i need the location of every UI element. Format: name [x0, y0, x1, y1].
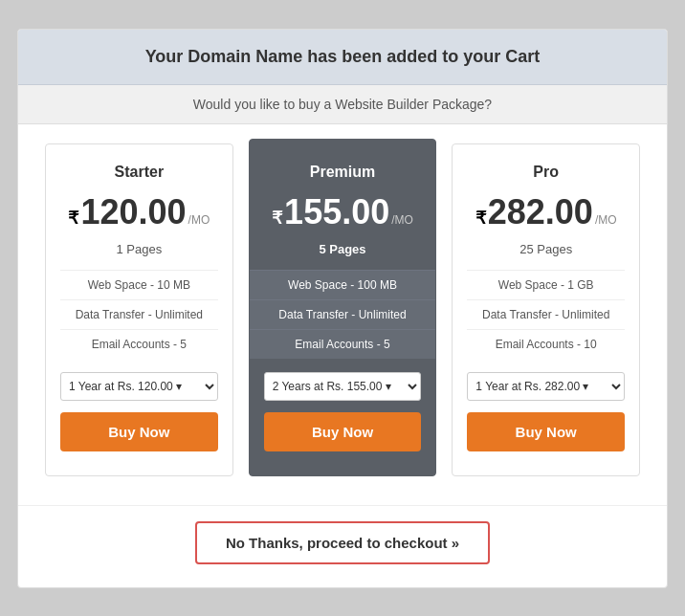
premium-features: Web Space - 100 MB Data Transfer - Unlim… — [264, 270, 422, 359]
starter-feature-1: Web Space - 10 MB — [60, 270, 218, 299]
starter-currency: ₹ — [68, 208, 78, 229]
pro-period: /MO — [595, 213, 617, 227]
no-thanks-section: No Thanks, proceed to checkout » — [18, 505, 667, 587]
pro-buy-button[interactable]: Buy Now — [467, 412, 625, 451]
pro-feature-2: Data Transfer - Unlimited — [467, 299, 625, 329]
starter-period: /MO — [188, 213, 210, 227]
premium-currency: ₹ — [272, 208, 282, 229]
premium-feature-3: Email Accounts - 5 — [250, 329, 436, 359]
premium-name: Premium — [264, 164, 422, 181]
plan-premium: Premium ₹ 155.00 /MO 5 Pages Web Space -… — [249, 139, 437, 476]
premium-pages: 5 Pages — [264, 242, 422, 256]
plans-container: Starter ₹ 120.00 /MO 1 Pages Web Space -… — [18, 124, 667, 505]
pro-feature-3: Email Accounts - 10 — [467, 329, 625, 359]
premium-feature-1: Web Space - 100 MB — [250, 270, 436, 299]
pro-pages: 25 Pages — [467, 242, 625, 256]
premium-select[interactable]: 1 Year at Rs. 155.00 2 Years at Rs. 155.… — [264, 372, 422, 401]
header-title: Your Domain Name has been added to your … — [145, 47, 541, 66]
premium-buy-button[interactable]: Buy Now — [264, 412, 422, 451]
header-subtitle: Would you like to buy a Website Builder … — [193, 97, 492, 112]
starter-select[interactable]: 1 Year at Rs. 120.00 ▾ 2 Years at Rs. 12… — [60, 372, 218, 401]
starter-amount: 120.00 — [80, 192, 186, 232]
pro-features: Web Space - 1 GB Data Transfer - Unlimit… — [467, 270, 625, 359]
pro-amount: 282.00 — [488, 192, 593, 232]
no-thanks-button[interactable]: No Thanks, proceed to checkout » — [195, 521, 490, 564]
starter-feature-3: Email Accounts - 5 — [60, 329, 218, 359]
starter-name: Starter — [60, 164, 218, 181]
pricing-card: Your Domain Name has been added to your … — [17, 29, 668, 588]
card-subheader: Would you like to buy a Website Builder … — [18, 85, 667, 124]
premium-feature-2: Data Transfer - Unlimited — [250, 299, 436, 329]
pro-name: Pro — [467, 164, 625, 181]
starter-buy-button[interactable]: Buy Now — [60, 412, 218, 451]
pro-currency: ₹ — [475, 208, 486, 229]
starter-price: ₹ 120.00 /MO — [60, 192, 218, 232]
pro-feature-1: Web Space - 1 GB — [467, 270, 625, 299]
card-header: Your Domain Name has been added to your … — [18, 30, 667, 85]
premium-period: /MO — [391, 213, 413, 227]
pro-price: ₹ 282.00 /MO — [467, 192, 625, 232]
starter-features: Web Space - 10 MB Data Transfer - Unlimi… — [60, 270, 218, 359]
premium-price: ₹ 155.00 /MO — [264, 192, 422, 232]
premium-amount: 155.00 — [284, 192, 389, 232]
plan-starter: Starter ₹ 120.00 /MO 1 Pages Web Space -… — [45, 143, 233, 476]
plan-pro: Pro ₹ 282.00 /MO 25 Pages Web Space - 1 … — [452, 143, 640, 476]
pro-select[interactable]: 1 Year at Rs. 282.00 ▾ 2 Years at Rs. 28… — [467, 372, 625, 401]
starter-pages: 1 Pages — [60, 242, 218, 256]
starter-feature-2: Data Transfer - Unlimited — [60, 299, 218, 329]
